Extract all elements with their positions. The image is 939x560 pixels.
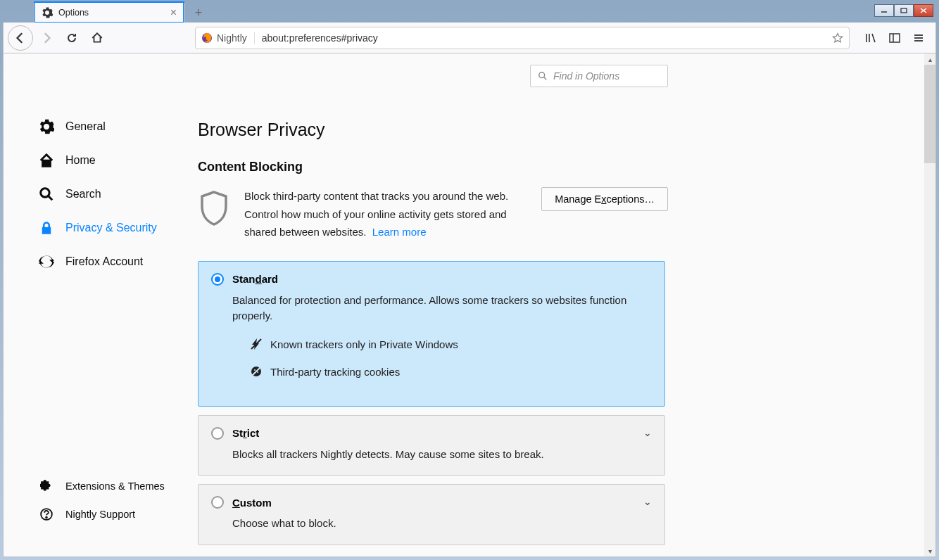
option-title: Strict — [232, 427, 259, 439]
sidebar-item-label: Extensions & Themes — [65, 481, 165, 492]
sidebar-item-general[interactable]: General — [39, 110, 178, 144]
library-icon[interactable] — [865, 32, 876, 44]
url-text: about:preferences#privacy — [262, 32, 378, 44]
forward-button[interactable] — [34, 26, 58, 50]
sidebar-item-label: Privacy & Security — [65, 222, 157, 234]
help-icon — [39, 507, 54, 522]
search-placeholder: Find in Options — [553, 70, 619, 82]
sidebar-item-label: Firefox Account — [65, 255, 143, 268]
sidebar-icon[interactable] — [889, 32, 900, 44]
chevron-down-icon[interactable]: ⌄ — [643, 496, 652, 507]
sync-icon — [39, 254, 54, 269]
search-icon — [538, 71, 548, 81]
svg-rect-8 — [890, 34, 900, 42]
gear-icon — [39, 119, 54, 134]
sidebar-item-label: Nightly Support — [65, 509, 135, 520]
main-content: Find in Options Browser Privacy Content … — [178, 53, 935, 556]
lock-icon — [39, 220, 54, 236]
svg-point-16 — [46, 517, 47, 518]
sidebar-item-extensions[interactable]: Extensions & Themes — [39, 472, 178, 500]
url-bar[interactable]: Nightly about:preferences#privacy — [195, 27, 850, 49]
sidebar-item-label: Search — [65, 188, 101, 201]
toolbar-right — [858, 32, 931, 44]
bookmark-star-icon[interactable] — [832, 32, 843, 44]
puzzle-icon — [39, 478, 54, 494]
flash-icon — [251, 338, 262, 350]
tab-label: Options — [58, 8, 89, 18]
cookie-icon — [251, 366, 262, 377]
sidebar-item-label: Home — [65, 154, 96, 167]
separator — [254, 32, 255, 44]
option-standard[interactable]: Standard Balanced for protection and per… — [198, 261, 665, 407]
option-title: Custom — [232, 497, 272, 509]
option-subtitle: Blocks all trackers Nightly detects. May… — [232, 447, 649, 463]
chevron-down-icon[interactable]: ⌄ — [643, 427, 652, 438]
section-description: Block third-party content that tracks yo… — [244, 187, 526, 241]
svg-point-17 — [539, 72, 545, 78]
svg-point-21 — [254, 369, 256, 371]
gear-icon — [42, 7, 53, 18]
option-title: Standard — [232, 273, 278, 285]
toolbar: Nightly about:preferences#privacy — [3, 23, 936, 53]
page-title: Browser Privacy — [198, 120, 935, 140]
new-tab-button[interactable]: + — [189, 3, 208, 23]
radio-custom[interactable] — [211, 496, 224, 509]
svg-point-13 — [41, 189, 49, 197]
radio-strict[interactable] — [211, 427, 224, 440]
brand-label: Nightly — [217, 32, 247, 44]
option-custom[interactable]: ⌄ Custom Choose what to block. — [198, 484, 665, 545]
svg-line-7 — [872, 34, 875, 42]
section-heading: Content Blocking — [198, 160, 935, 174]
vertical-scrollbar[interactable]: ▴ ▾ — [924, 53, 935, 556]
tab-strip: Options × + — [0, 0, 939, 23]
firefox-icon — [201, 32, 213, 44]
option-strict[interactable]: ⌄ Strict Blocks all trackers Nightly det… — [198, 415, 665, 476]
sidebar-item-search[interactable]: Search — [39, 177, 178, 211]
scrollbar-thumb[interactable] — [924, 65, 935, 163]
svg-point-22 — [257, 371, 258, 373]
reload-button[interactable] — [60, 26, 84, 50]
svg-line-18 — [544, 77, 547, 80]
identity-box[interactable]: Nightly — [201, 32, 254, 44]
bullet-cookies: Third-party tracking cookies — [251, 366, 649, 378]
sidebar-item-home[interactable]: Home — [39, 144, 178, 177]
radio-standard[interactable] — [211, 273, 224, 286]
svg-line-14 — [49, 196, 53, 201]
preferences-sidebar: General Home Search Privacy & Security F… — [4, 53, 178, 556]
bullet-trackers: Known trackers only in Private Windows — [251, 338, 649, 350]
menu-icon[interactable] — [913, 32, 924, 44]
back-button[interactable] — [8, 25, 33, 51]
option-subtitle: Choose what to block. — [232, 516, 649, 532]
sidebar-item-account[interactable]: Firefox Account — [39, 245, 178, 279]
scroll-down-arrow[interactable]: ▾ — [924, 545, 935, 556]
learn-more-link[interactable]: Learn more — [372, 226, 427, 238]
scroll-up-arrow[interactable]: ▴ — [924, 53, 935, 65]
sidebar-item-support[interactable]: Nightly Support — [39, 500, 178, 528]
tab-options[interactable]: Options × — [34, 1, 184, 23]
sidebar-item-privacy[interactable]: Privacy & Security — [39, 211, 178, 245]
search-icon — [39, 186, 54, 202]
sidebar-item-label: General — [65, 120, 106, 133]
content-area: General Home Search Privacy & Security F… — [3, 53, 936, 557]
option-subtitle: Balanced for protection and performance.… — [232, 293, 649, 324]
home-icon — [39, 153, 54, 168]
shield-icon — [198, 190, 230, 227]
close-icon[interactable]: × — [170, 6, 177, 19]
manage-exceptions-button[interactable]: Manage Exceptions… — [541, 187, 668, 211]
search-options-input[interactable]: Find in Options — [530, 65, 668, 87]
home-button[interactable] — [85, 26, 109, 50]
